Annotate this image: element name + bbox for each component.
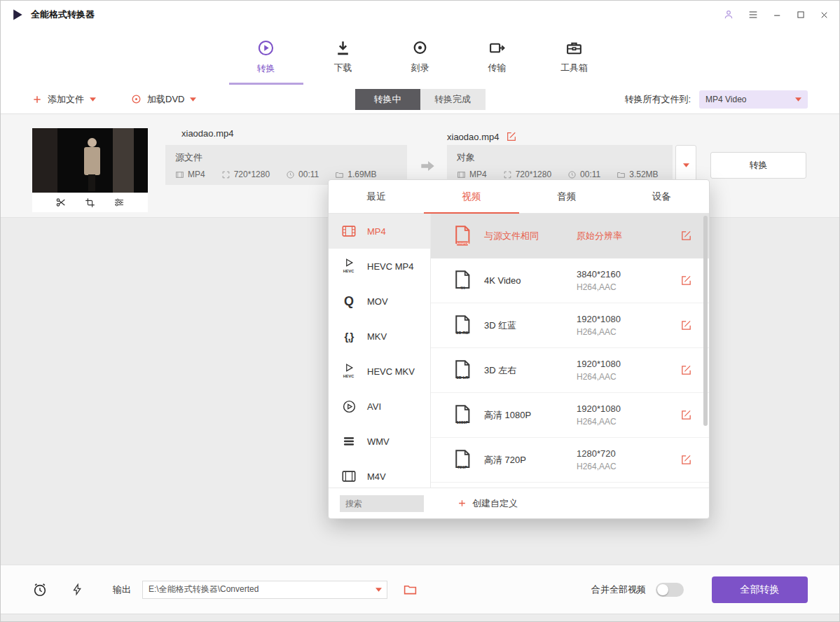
tab-converting[interactable]: 转换中 [355,89,420,110]
clock-icon [567,170,577,179]
layers-icon [340,431,358,451]
chevron-down-icon[interactable] [376,588,382,592]
play-circle-icon [340,396,358,416]
file-thumbnail-block [32,128,148,212]
format-item-m4v[interactable]: M4V [329,459,430,488]
close-icon[interactable] [819,10,829,20]
toolbar: 添加文件 加载DVD 转换中 转换完成 转换所有文件到: MP4 Video [1,85,839,114]
hevc-play-icon: HEVC [340,256,358,276]
nav-tab-burn[interactable]: 刻录 [382,29,459,85]
open-folder-icon[interactable] [403,582,418,597]
merge-videos-label: 合并全部视频 [591,583,646,596]
nav-tab-download[interactable]: 下载 [305,29,382,85]
convert-all-button[interactable]: 全部转换 [712,576,808,603]
plus-icon [457,499,467,508]
resolution-icon [221,170,230,179]
preset-row[interactable]: 3D RB 3D 红蓝 1920*1080 H264,AAC [431,303,709,348]
menu-icon[interactable] [748,9,759,20]
schedule-clock-icon[interactable] [32,582,48,597]
format-item-hevc-mp4[interactable]: HEVC HEVC MP4 [329,249,430,284]
edit-icon[interactable] [680,275,692,286]
tab-finished[interactable]: 转换完成 [420,89,486,110]
edit-icon[interactable] [680,409,692,421]
transfer-icon [488,39,506,57]
target-duration: 00:11 [580,170,600,179]
rename-edit-icon[interactable] [506,131,517,142]
tab-recent[interactable]: 最近 [329,180,424,213]
preset-row-source[interactable]: source 与源文件相同 原始分辨率 [431,214,709,258]
create-custom-button[interactable]: 创建自定义 [457,497,518,510]
target-resolution: 720*1280 [516,170,551,179]
toggle-knob [657,584,668,595]
edit-icon[interactable] [680,364,692,376]
user-account-icon[interactable] [723,9,734,20]
titlebar: 全能格式转换器 [1,1,839,29]
burn-disc-icon [411,39,429,57]
hevc-play-icon: HEVC [340,361,358,381]
convert-icon [256,39,275,57]
film-icon [340,221,358,241]
merge-videos-toggle[interactable] [656,583,684,597]
preset-row[interactable]: 3D LR 3D 左右 1920*1080 H264,AAC [431,348,709,393]
tab-audio[interactable]: 音频 [519,180,614,213]
toolbox-icon [565,39,583,57]
format-item-mov[interactable]: Q MOV [329,284,430,319]
format-sidebar: MP4 HEVC HEVC MP4 Q MOV [329,214,431,488]
add-files-button[interactable]: 添加文件 [32,93,96,106]
preset-file-icon: 720P [452,448,473,472]
convert-status-tabs: 转换中 转换完成 [355,89,486,110]
app-logo-icon [11,8,25,22]
target-file-name: xiaodao.mp4 [447,132,499,142]
folder-icon [335,170,344,179]
target-format: MP4 [469,170,487,179]
preset-file-icon: 3D RB [452,314,473,338]
source-size: 1.69MB [347,170,376,179]
window-bottom-edge [1,614,839,622]
crop-icon[interactable] [85,198,95,208]
trim-icon[interactable] [55,197,67,208]
download-icon [334,39,352,57]
scrollbar-thumb[interactable] [703,216,708,426]
plus-icon [32,95,42,104]
nav-tab-convert[interactable]: 转换 [228,29,305,85]
format-item-mkv[interactable]: {,} MKV [329,319,430,354]
tab-device[interactable]: 设备 [614,180,709,213]
search-input[interactable] [340,495,424,512]
output-format-select[interactable]: MP4 Video [699,90,808,109]
preset-row[interactable]: 720P 高清 720P 1280*720 H264,AAC [431,438,709,483]
maximize-icon[interactable] [796,10,806,20]
app-window: 全能格式转换器 转换 [0,0,840,622]
convert-button[interactable]: 转换 [710,152,806,179]
nav-tab-toolbox[interactable]: 工具箱 [536,29,613,85]
edit-icon[interactable] [680,454,692,466]
minimize-icon[interactable] [772,10,783,20]
format-item-avi[interactable]: AVI [329,389,430,424]
high-speed-bolt-icon[interactable] [71,583,83,596]
preset-file-icon: 3D LR [452,359,473,382]
edit-icon[interactable] [680,319,692,331]
effects-sliders-icon[interactable] [113,197,125,208]
tab-video[interactable]: 视频 [424,180,519,213]
chevron-down-icon [90,97,96,102]
chevron-down-icon [795,97,801,102]
arrow-right-icon [418,157,436,175]
format-item-mp4[interactable]: MP4 [329,214,430,249]
preset-file-icon: 4K [452,269,473,293]
nav-tab-transfer[interactable]: 传输 [459,29,536,85]
edit-icon[interactable] [680,230,692,242]
preset-row[interactable]: 4K 4K Video 3840*2160 H264,AAC [431,258,709,303]
target-label: 对象 [457,151,663,164]
chevron-down-icon [190,97,196,102]
format-item-hevc-mkv[interactable]: HEVC HEVC MKV [329,354,430,389]
footer-bar: 输出 合并全部视频 全部转换 [1,565,839,614]
load-dvd-button[interactable]: 加载DVD [131,93,196,106]
output-path-input[interactable] [142,581,387,599]
format-item-wmv[interactable]: WMV [329,424,430,459]
scrollbar[interactable] [703,216,708,485]
preset-row[interactable]: 1080P 高清 1080P 1920*1080 H264,AAC [431,393,709,438]
app-title: 全能格式转换器 [31,8,95,21]
source-file-name: xiaodao.mp4 [165,128,407,145]
format-popup: 最近 视频 音频 设备 MP4 HEVC HEVC MP4 [328,179,710,519]
source-label: 源文件 [175,151,397,164]
format-icon [175,170,184,179]
